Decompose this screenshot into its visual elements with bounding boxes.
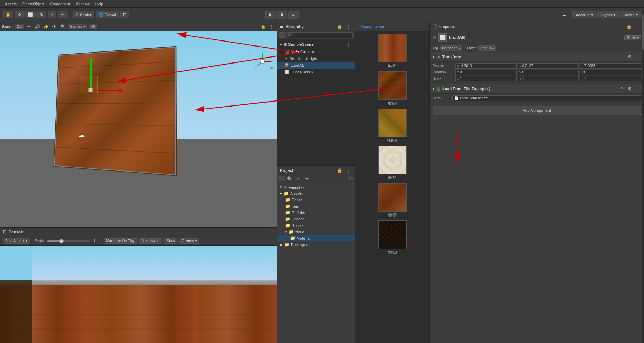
menu-window[interactable]: Window <box>73 1 93 7</box>
2d-toggle-btn[interactable]: 2D <box>15 24 24 29</box>
scene-hide-icon[interactable]: 👁 <box>51 23 58 30</box>
material-wall2[interactable]: 墙纸2 <box>378 183 407 218</box>
material-floor2[interactable]: 地板2 <box>378 71 407 106</box>
material-wall3[interactable]: 墙纸3 <box>378 220 407 255</box>
scripts-folder[interactable]: 📁 Scripts <box>277 222 355 229</box>
layer-dropdown[interactable]: Default ▾ <box>478 45 496 51</box>
gameobject-active-checkbox[interactable] <box>433 36 436 39</box>
grid-btn[interactable]: ⊞ <box>120 11 129 18</box>
scene-lighting-icon[interactable]: ☀ <box>25 23 32 30</box>
scene-menu-btn[interactable]: ⋮ <box>346 42 352 47</box>
layout-chevron: ▾ <box>636 12 638 17</box>
game-gizmos-dropdown[interactable]: Gizmos ▾ <box>179 238 199 244</box>
rotation-x-field[interactable]: X 0 <box>455 70 517 75</box>
scale-x-field[interactable]: X 1 <box>455 76 517 81</box>
hierarchy-main-camera[interactable]: 📷 Main Camera <box>277 48 355 55</box>
custom-tool-btn[interactable]: ✦ <box>58 11 67 18</box>
hierarchy-directional-light[interactable]: ☀ Directional Light <box>277 55 355 62</box>
project-search-icon[interactable]: 🔍 <box>286 175 293 183</box>
scale-y-field[interactable]: Y 1 <box>518 76 579 81</box>
rotation-z-field[interactable]: Z 0 <box>580 70 641 75</box>
inspector-menu-icon[interactable]: ⋮ <box>635 24 641 29</box>
scene-search-icon[interactable]: 🔍 <box>59 23 66 30</box>
scene-toolbar: Scene 2D ☀ 🔊 ✨ 👁 🔍 Gizmos ▾ All 🔒 ⋮ <box>0 22 277 31</box>
material-wall1[interactable]: 墙纸1 <box>378 146 407 180</box>
transform-menu-icon[interactable]: ⋮ <box>635 54 641 60</box>
scene-menu-icon[interactable]: ⋮ <box>268 24 275 29</box>
load-file-header[interactable]: ▾ Load From File Example ( ? ⚙ ⋮ <box>430 84 644 94</box>
pause-button[interactable]: ⏸ <box>277 11 287 19</box>
material-floor3[interactable]: 地板三 <box>378 109 407 143</box>
scale-z-field[interactable]: Z 1 <box>580 76 641 81</box>
transform-center-btn[interactable]: ⊕ Center <box>73 11 94 18</box>
scene-audio-icon[interactable]: 🔊 <box>34 23 41 30</box>
rect-tool-btn[interactable]: ⬜ <box>25 11 36 18</box>
hierarchy-cube-clone[interactable]: ⬜ Cube(Clone) <box>277 69 355 75</box>
account-dropdown[interactable]: Account ▾ <box>572 11 596 18</box>
rotate-tool-btn[interactable]: ↻ <box>37 11 46 18</box>
hierarchy-search-input[interactable] <box>286 32 353 38</box>
inspector-lock-icon[interactable]: 🔒 <box>625 24 633 29</box>
orientation-gizmo[interactable]: Y X Z <box>252 51 273 72</box>
menu-gameobject[interactable]: GameObject <box>20 1 47 7</box>
scale-tool-btn[interactable]: ⤢ <box>48 11 56 18</box>
prefabs-folder[interactable]: 📁 Prefabs <box>277 209 355 216</box>
step-button[interactable]: ⏭ <box>288 11 299 19</box>
packages-folder[interactable]: ▶ 📁 Packages <box>277 241 355 248</box>
scale-slider-handle[interactable] <box>59 239 64 243</box>
menu-help[interactable]: Help <box>93 1 106 7</box>
hierarchy-add-btn[interactable]: + <box>279 32 285 38</box>
script-value-field[interactable]: 📄 LoadFromFileExe <box>452 95 641 101</box>
console-menu-icon[interactable]: ⋮ <box>270 230 274 234</box>
hierarchy-loadab[interactable]: 📦 LoadAB <box>277 62 355 69</box>
hierarchy-lock-icon[interactable]: 🔒 <box>336 24 343 29</box>
editor-folder[interactable]: 📁 Editor <box>277 197 355 203</box>
transform-settings-icon[interactable]: ⚙ <box>627 54 633 60</box>
project-add-btn[interactable]: + <box>279 176 285 181</box>
hand-tool-btn[interactable]: ✋ <box>3 11 13 18</box>
hierarchy-menu-icon[interactable]: ⋮ <box>346 24 352 29</box>
layers-dropdown[interactable]: Layers ▾ <box>597 11 619 18</box>
assets-folder[interactable]: ▾ 📁 Assets <box>277 190 355 197</box>
tag-dropdown[interactable]: Untagged ▾ <box>440 45 462 51</box>
menu-component[interactable]: Component <box>47 1 73 7</box>
load-file-menu-icon[interactable]: ⋮ <box>635 86 641 92</box>
position-y-field[interactable]: Y 0.0127 <box>518 63 579 69</box>
all-dropdown[interactable]: All <box>89 24 97 29</box>
scene-canvas[interactable]: ☁ Y <box>0 31 277 227</box>
position-x-field[interactable]: X -4.3010 <box>455 63 517 69</box>
gizmos-dropdown[interactable]: Gizmos ▾ <box>68 24 87 29</box>
transform-global-btn[interactable]: 🌐 Global <box>96 11 119 18</box>
scale-slider[interactable] <box>47 240 90 242</box>
favorites-folder[interactable]: ▾ ★ Favorites <box>277 184 355 190</box>
mute-audio-btn[interactable]: Mute Audio <box>139 238 162 244</box>
project-menu-icon[interactable]: ⋮ <box>346 168 352 173</box>
project-lock-icon[interactable]: 🔒 <box>336 168 343 173</box>
position-z-field[interactable]: Z 7.0083 <box>580 63 641 69</box>
menu-assets[interactable]: Assets <box>2 1 20 7</box>
hierarchy-scene-item[interactable]: ▾ ⊞ SampleScene ⋮ <box>277 40 355 48</box>
scene-effects-icon[interactable]: ✨ <box>42 23 49 30</box>
cloud-sync-icon[interactable]: ☁ <box>561 11 568 18</box>
layout-dropdown[interactable]: Layout ▾ <box>620 11 641 18</box>
material-subfolder[interactable]: 📁 Material <box>277 235 355 241</box>
stats-btn[interactable]: Stats <box>164 238 177 244</box>
add-component-button[interactable]: Add Component <box>433 106 641 115</box>
static-badge[interactable]: Static ▾ <box>624 35 641 40</box>
scene-lock-icon[interactable]: 🔒 <box>259 24 267 29</box>
rotation-y-field[interactable]: Y 0 <box>518 70 579 75</box>
transform-header[interactable]: ▾ ⊞ Transform ⚙ ⋮ <box>430 52 644 62</box>
play-button[interactable]: ▶ <box>265 11 276 19</box>
aspect-ratio-dropdown[interactable]: Free Aspect ▾ <box>3 238 30 244</box>
move-tool-btn[interactable]: ✛ <box>15 11 24 18</box>
load-file-active-checkbox[interactable] <box>437 87 440 91</box>
item-folder[interactable]: 📁 Item <box>277 203 355 209</box>
ziyua-folder[interactable]: ▾ 📁 ziyua <box>277 229 355 235</box>
load-file-settings-icon[interactable]: ⚙ <box>627 86 633 92</box>
scenes-folder[interactable]: 📁 Scenes <box>277 216 355 222</box>
project-eye-icon[interactable]: 👁 <box>303 175 310 183</box>
project-star-icon[interactable]: ☆ <box>295 175 302 183</box>
maximize-btn[interactable]: Maximize On Play <box>104 238 137 244</box>
load-file-help-icon[interactable]: ? <box>620 86 624 92</box>
material-floor1[interactable]: 地板1 <box>378 34 407 69</box>
